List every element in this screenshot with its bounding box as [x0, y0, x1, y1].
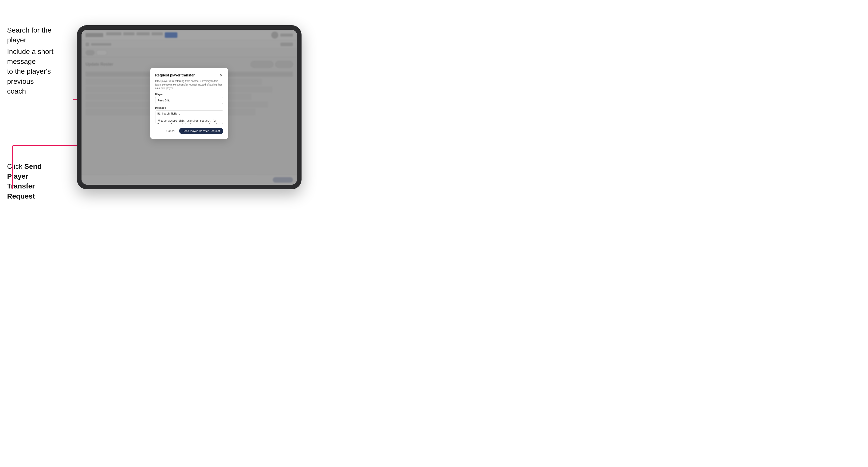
player-input[interactable]: [155, 97, 223, 104]
cancel-button[interactable]: Cancel: [164, 128, 177, 133]
tablet-device: Update Roster: [77, 25, 302, 189]
message-textarea[interactable]: Hi Coach McHarg, Please accept this tran…: [155, 110, 223, 124]
annotation-search: Search for the player.: [7, 25, 73, 45]
modal-description: If the player is transferring from anoth…: [155, 80, 223, 90]
modal-dialog: Request player transfer ✕ If the player …: [150, 68, 228, 139]
modal-overlay: Request player transfer ✕ If the player …: [82, 30, 297, 185]
annotation-click-prefix: Click: [7, 162, 24, 170]
player-label: Player: [155, 93, 223, 96]
modal-header: Request player transfer ✕: [155, 73, 223, 77]
modal-footer: Cancel Send Player Transfer Request: [155, 128, 223, 134]
tablet-screen: Update Roster: [82, 30, 297, 185]
close-button[interactable]: ✕: [219, 73, 223, 77]
annotation-click: Click Send PlayerTransfer Request: [7, 161, 63, 201]
modal-title: Request player transfer: [155, 73, 194, 77]
message-label: Message: [155, 106, 223, 109]
send-transfer-request-button[interactable]: Send Player Transfer Request: [179, 128, 223, 134]
annotation-message: Include a short messageto the player's p…: [7, 47, 73, 96]
